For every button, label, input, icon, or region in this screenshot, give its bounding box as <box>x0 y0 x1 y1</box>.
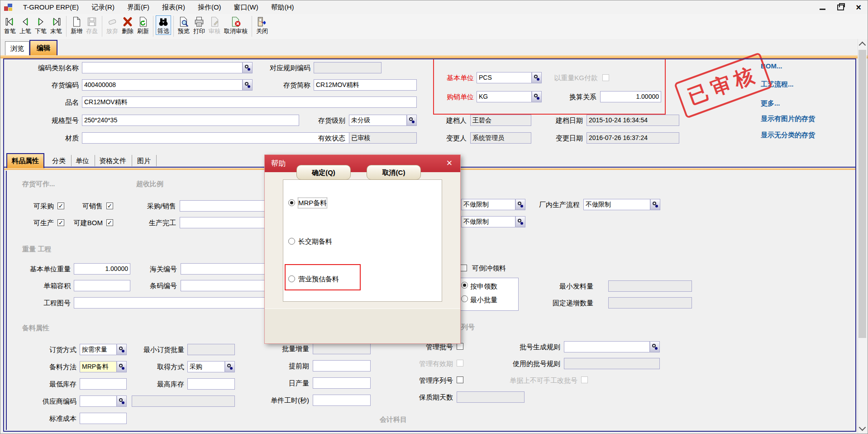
link-show-with-images[interactable]: 显示有图片的存货 <box>761 115 815 123</box>
factory-flow-lookup-icon[interactable] <box>650 199 660 210</box>
vertical-scrollbar[interactable] <box>858 39 867 434</box>
menu-record[interactable]: 记录(R) <box>85 0 121 14</box>
base-unit-lookup-icon[interactable] <box>532 72 542 83</box>
min-stock-input[interactable] <box>80 378 127 390</box>
toolbar-filter[interactable]: 筛选 <box>156 15 171 35</box>
section-material-prep: 备料属性 <box>22 324 49 333</box>
trade-unit-input[interactable]: KG <box>477 91 532 102</box>
link-more[interactable]: 更多... <box>761 99 780 108</box>
close-window-icon[interactable]: × <box>856 1 861 14</box>
subtab-unit[interactable]: 单位 <box>70 155 95 166</box>
dialog-cancel-button[interactable]: 取消(C) <box>367 165 421 180</box>
menubar: T-GROUP ERP(E) 记录(R) 界面(F) 报表(R) 操作(O) 窗… <box>0 0 868 14</box>
limit-c-input[interactable]: 不做限制 <box>461 216 515 227</box>
tab-edit[interactable]: 编辑 <box>29 40 57 55</box>
can-sell-checkbox[interactable] <box>106 203 113 209</box>
menu-operation[interactable]: 操作(O) <box>191 0 228 14</box>
manage-serial-checkbox[interactable] <box>457 376 463 383</box>
conversion-input[interactable]: 1.00000 <box>600 91 661 102</box>
barcode-input[interactable] <box>181 280 271 291</box>
customs-code-input[interactable] <box>181 263 271 275</box>
menu-app-title[interactable]: T-GROUP ERP(E) <box>17 0 85 14</box>
toolbar-close[interactable]: 关闭 <box>254 15 270 35</box>
can-bom-checkbox[interactable] <box>106 219 113 226</box>
spec-model-input[interactable]: 250*240*35 <box>82 115 299 126</box>
max-stock-input[interactable] <box>187 378 235 390</box>
product-name-input[interactable]: CR12MOV精料 <box>82 96 417 108</box>
batch-rule-input[interactable] <box>564 341 650 352</box>
code-category-lookup-icon[interactable] <box>243 62 253 73</box>
dialog-close-icon[interactable]: × <box>443 157 456 170</box>
inventory-level-lookup-icon[interactable] <box>407 115 417 126</box>
unit-hours-input[interactable] <box>313 395 371 406</box>
scroll-down-icon[interactable] <box>859 424 866 431</box>
toolbar-refresh[interactable]: 刷新 <box>135 15 151 35</box>
inventory-abbr-input[interactable]: CR12MOV精料 <box>314 79 417 91</box>
toolbar-new[interactable]: 新增 <box>69 15 84 35</box>
long-leadtime-prep-radio[interactable] <box>288 238 295 245</box>
prep-method-lookup-icon[interactable] <box>117 361 127 372</box>
subtab-classification[interactable]: 分类 <box>47 155 72 166</box>
subtab-picture[interactable]: 图片 <box>132 155 157 166</box>
drawing-no-input[interactable] <box>74 297 271 309</box>
toolbar-cancel-audit[interactable]: 取消审核 <box>222 15 249 35</box>
manage-batch-checkbox[interactable] <box>457 343 463 350</box>
toolbar-next-record[interactable]: 下笔 <box>33 15 48 35</box>
mrp-prep-label[interactable]: MRP备料 <box>298 198 327 208</box>
base-unit-input[interactable]: PCS <box>477 72 532 83</box>
toolbar-save: 存盘 <box>84 15 100 35</box>
restore-icon[interactable] <box>837 5 844 10</box>
supplier-code-input[interactable] <box>80 395 117 407</box>
toolbar-first-record[interactable]: 首笔 <box>2 15 18 35</box>
menu-interface[interactable]: 界面(F) <box>121 0 156 14</box>
acquire-method-input[interactable]: 采购 <box>187 361 225 372</box>
prep-method-input[interactable]: MRP备料 <box>80 361 117 372</box>
order-method-input[interactable]: 按需求量 <box>80 344 117 355</box>
supplier-code-lookup-icon[interactable] <box>117 395 127 407</box>
menu-help[interactable]: 帮助(H) <box>265 0 300 14</box>
subtab-qualification[interactable]: 资格文件 <box>94 155 132 166</box>
long-leadtime-prep-label[interactable]: 长交期备料 <box>298 236 332 246</box>
inventory-level-input[interactable]: 未分级 <box>349 115 407 126</box>
mrp-prep-radio[interactable] <box>288 199 295 206</box>
code-category-input[interactable] <box>82 62 243 73</box>
scrollbar-thumb[interactable] <box>858 50 866 338</box>
scroll-up-icon[interactable] <box>859 42 866 49</box>
toolbar-preview[interactable]: 预览 <box>176 15 191 35</box>
limit-a-lookup-icon[interactable] <box>515 199 525 210</box>
menu-window[interactable]: 窗口(W) <box>228 0 265 14</box>
toolbar-print[interactable]: 打印 <box>191 15 207 35</box>
can-produce-checkbox[interactable] <box>57 219 64 226</box>
factory-flow-input[interactable]: 不做限制 <box>583 199 650 210</box>
trade-unit-lookup-icon[interactable] <box>532 91 542 102</box>
min-batch-radio[interactable] <box>461 295 468 302</box>
can-purchase-checkbox[interactable] <box>57 203 64 209</box>
order-method-lookup-icon[interactable] <box>117 344 127 355</box>
dialog-ok-button[interactable]: 确定(Q) <box>296 165 351 180</box>
toolbar-last-record[interactable]: 末笔 <box>48 15 64 35</box>
toolbar-prev-record[interactable]: 上笔 <box>18 15 33 35</box>
toolbar-label: 上笔 <box>19 28 31 34</box>
base-weight-input[interactable]: 1.00000 <box>74 263 130 275</box>
lead-time-input[interactable] <box>313 360 371 371</box>
by-requisition-radio[interactable] <box>461 282 468 289</box>
menu-report[interactable]: 报表(R) <box>156 0 191 14</box>
minimize-icon[interactable] <box>820 9 825 10</box>
inventory-code-lookup-icon[interactable] <box>243 79 253 91</box>
acquire-method-lookup-icon[interactable] <box>225 361 235 372</box>
link-show-uncategorized[interactable]: 显示无分类的存货 <box>761 131 815 140</box>
tab-browse[interactable]: 浏览 <box>5 41 29 55</box>
daily-output-input[interactable] <box>313 377 371 389</box>
std-cost-input[interactable] <box>80 413 127 424</box>
toolbar-delete[interactable]: 删除 <box>120 15 135 35</box>
purchase-sale-input[interactable] <box>180 200 270 212</box>
limit-c-lookup-icon[interactable] <box>515 216 525 227</box>
batch-rule-lookup-icon[interactable] <box>650 341 660 352</box>
toolbar-label: 放弃 <box>106 28 118 34</box>
prod-complete-input[interactable] <box>180 217 270 228</box>
limit-a-input[interactable]: 不做限制 <box>461 199 515 210</box>
backflush-checkbox[interactable] <box>460 265 467 271</box>
subtab-item-properties[interactable]: 料品属性 <box>6 153 44 168</box>
inventory-code-input[interactable]: 400400008 <box>82 79 243 91</box>
box-volume-input[interactable] <box>74 280 130 291</box>
